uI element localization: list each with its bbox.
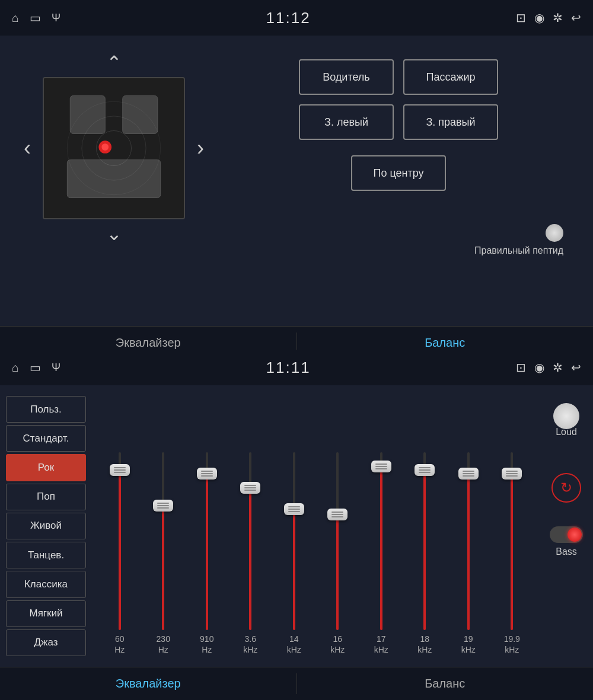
tab-balance-bottom[interactable]: Баланс: [297, 667, 594, 700]
slider-col-5: 16kHz: [326, 452, 349, 655]
balance-indicator: [546, 224, 563, 242]
reset-button[interactable]: ↻: [551, 473, 581, 503]
slider-col-3: 3.6kHz: [238, 452, 262, 655]
slider-col-2: 910Hz: [195, 452, 219, 655]
top-panel: ⌂ ▭ Ψ 11:12 ⊡ ◉ ✲ ↩ ⌃ ‹: [0, 0, 593, 350]
slider-col-8: 19kHz: [457, 452, 480, 655]
slider-14kHz[interactable]: [282, 452, 306, 630]
slider-fill: [511, 474, 513, 630]
slider-thumb[interactable]: [458, 468, 479, 480]
slider-col-7: 18kHz: [413, 452, 436, 655]
status-bar-left-icons: ⌂ ▭ Ψ: [12, 11, 60, 25]
front-seat-row: Водитель Пассажир: [299, 59, 498, 95]
top-time: 11:12: [266, 9, 311, 27]
bottom-time: 11:11: [266, 359, 311, 377]
svg-point-8: [101, 143, 109, 151]
rear-seat-row: З. левый З. правый: [299, 104, 498, 140]
slider-60Hz[interactable]: [108, 452, 132, 630]
loud-label: Loud: [556, 427, 577, 437]
slider-thumb[interactable]: [240, 482, 260, 494]
seat-nav: ‹: [18, 77, 210, 219]
preset-btn-classic[interactable]: Классика: [6, 571, 86, 597]
freq-label-1: 230Hz: [157, 634, 170, 655]
tab-equalizer-bottom[interactable]: Эквалайзер: [0, 667, 296, 700]
balance-status-label: Правильный пептид: [474, 245, 563, 256]
bass-toggle-track[interactable]: [550, 526, 583, 543]
bottom-tab-bar: Эквалайзер Баланс: [0, 667, 593, 700]
slider-col-9: 19.9kHz: [500, 452, 524, 655]
slider-thumb[interactable]: [153, 500, 173, 512]
freq-label-6: 17kHz: [374, 634, 388, 655]
back-icon[interactable]: ↩: [571, 11, 581, 25]
bass-label: Bass: [556, 546, 577, 557]
rear-left-button[interactable]: З. левый: [299, 104, 394, 140]
bottom-screen-icon[interactable]: ▭: [30, 360, 41, 375]
preset-btn-user[interactable]: Польз.: [6, 396, 86, 423]
freq-label-8: 19kHz: [461, 634, 476, 655]
slider-col-1: 230Hz: [151, 452, 175, 655]
screen-icon[interactable]: ▭: [30, 11, 41, 25]
top-status-bar: ⌂ ▭ Ψ 11:12 ⊡ ◉ ✲ ↩: [0, 0, 593, 36]
sliders-track: 60Hz230Hz910Hz3.6kHz14kHz16kHz17kHz18kHz…: [98, 397, 534, 661]
bottom-home-icon[interactable]: ⌂: [12, 361, 19, 375]
bottom-location-icon[interactable]: ◉: [534, 360, 544, 375]
preset-btn-live[interactable]: Живой: [6, 513, 86, 539]
bottom-back-icon[interactable]: ↩: [571, 360, 581, 375]
preset-btn-dance[interactable]: Танцев.: [6, 542, 86, 568]
freq-label-4: 14kHz: [287, 634, 301, 655]
bottom-status-bar-right: ⊡ ◉ ✲ ↩: [516, 360, 581, 375]
slider-16kHz[interactable]: [326, 452, 349, 630]
bottom-bluetooth-icon[interactable]: ✲: [553, 360, 563, 375]
bottom-usb-icon[interactable]: Ψ: [52, 362, 60, 374]
slider-col-0: 60Hz: [108, 452, 132, 655]
slider-thumb[interactable]: [197, 468, 217, 480]
svg-rect-2: [123, 96, 158, 134]
slider-fill: [293, 509, 295, 630]
passenger-button[interactable]: Пассажир: [403, 59, 498, 95]
preset-btn-soft[interactable]: Мягкий: [6, 600, 86, 627]
freq-label-9: 19.9kHz: [504, 634, 520, 655]
bottom-panel: ⌂ ▭ Ψ 11:11 ⊡ ◉ ✲ ↩ Польз.Стандарт.РокПо…: [0, 350, 593, 700]
freq-label-7: 18kHz: [417, 634, 432, 655]
usb-icon[interactable]: Ψ: [52, 12, 60, 24]
slider-fill: [380, 466, 382, 630]
loud-button[interactable]: [553, 403, 579, 429]
home-icon[interactable]: ⌂: [12, 11, 19, 25]
bottom-cast-icon[interactable]: ⊡: [516, 360, 526, 375]
driver-button[interactable]: Водитель: [299, 59, 394, 95]
slider-17kHz[interactable]: [369, 452, 393, 630]
seat-section: ⌃ ‹: [18, 47, 210, 314]
preset-btn-rock[interactable]: Рок: [6, 454, 86, 481]
slider-18kHz[interactable]: [413, 452, 436, 630]
slider-thumb[interactable]: [371, 461, 391, 472]
slider-19.9kHz[interactable]: [500, 452, 524, 630]
bluetooth-icon[interactable]: ✲: [553, 11, 563, 25]
slider-fill: [249, 488, 251, 630]
seat-down-button[interactable]: ⌄: [106, 224, 122, 243]
slider-230Hz[interactable]: [151, 452, 175, 630]
seat-right-button[interactable]: ›: [197, 136, 204, 161]
slider-3.6kHz[interactable]: [238, 452, 262, 630]
slider-910Hz[interactable]: [195, 452, 219, 630]
seat-up-button[interactable]: ⌃: [106, 53, 122, 72]
preset-btn-pop[interactable]: Поп: [6, 484, 86, 510]
center-button[interactable]: По центру: [351, 155, 446, 191]
slider-fill: [162, 506, 164, 630]
slider-thumb[interactable]: [415, 464, 435, 476]
slider-thumb[interactable]: [110, 464, 130, 476]
rear-right-button[interactable]: З. правый: [403, 104, 498, 140]
freq-label-0: 60Hz: [114, 634, 125, 655]
bass-toggle: Bass: [550, 526, 583, 557]
svg-rect-1: [70, 96, 105, 134]
slider-thumb[interactable]: [502, 468, 522, 480]
preset-btn-standard[interactable]: Стандарт.: [6, 425, 86, 452]
slider-thumb[interactable]: [284, 503, 304, 515]
cast-icon[interactable]: ⊡: [516, 11, 526, 25]
slider-fill: [336, 514, 339, 630]
slider-thumb[interactable]: [327, 509, 347, 520]
location-icon[interactable]: ◉: [534, 11, 544, 25]
slider-19kHz[interactable]: [457, 452, 480, 630]
balance-content: ⌃ ‹: [0, 36, 593, 326]
seat-left-button[interactable]: ‹: [24, 136, 31, 161]
preset-btn-jazz[interactable]: Джаз: [6, 629, 86, 656]
